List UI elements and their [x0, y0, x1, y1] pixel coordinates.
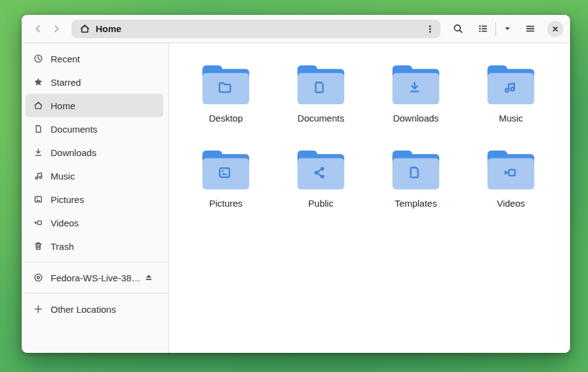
- search-button[interactable]: [448, 19, 468, 39]
- trash-icon: [33, 241, 43, 251]
- list-view-icon: [478, 23, 488, 34]
- sidebar-item-label: Videos: [51, 218, 79, 228]
- search-icon: [453, 23, 463, 34]
- folder-label: Downloads: [393, 113, 439, 123]
- sidebar-item-home[interactable]: Home: [25, 94, 164, 117]
- files-window: Home: [22, 15, 570, 353]
- folder-tile-videos[interactable]: Videos: [463, 149, 558, 212]
- sidebar-item-label: Recent: [51, 54, 80, 64]
- optical-disc-icon: [33, 273, 43, 283]
- folder-tile-music[interactable]: Music: [463, 64, 558, 126]
- main-menu-button[interactable]: [520, 19, 540, 39]
- star-icon: [33, 77, 43, 87]
- sidebar-item-documents[interactable]: Documents: [25, 117, 164, 141]
- folder-icon: [201, 64, 251, 106]
- eject-icon[interactable]: [144, 273, 154, 283]
- sidebar-item-other-locations[interactable]: Other Locations: [25, 297, 164, 321]
- location-menu-button[interactable]: [421, 21, 439, 37]
- image-icon: [33, 194, 43, 204]
- sidebar-item-trash[interactable]: Trash: [25, 234, 164, 258]
- chevron-right-icon: [51, 23, 62, 34]
- window-body: Recent Starred Home: [22, 43, 570, 353]
- view-options-dropdown-button[interactable]: [499, 19, 515, 39]
- file-grid: Desktop Documents: [178, 64, 570, 212]
- chevron-left-icon: [33, 23, 43, 34]
- sidebar-item-label: Home: [51, 101, 75, 111]
- plus-icon: [33, 304, 43, 314]
- close-window-button[interactable]: [547, 21, 563, 37]
- file-browser-content: Desktop Documents: [169, 43, 570, 353]
- path-bar[interactable]: Home: [72, 20, 441, 38]
- folder-tile-desktop[interactable]: Desktop: [178, 64, 273, 126]
- folder-icon: [296, 64, 346, 106]
- folder-icon: [391, 64, 441, 106]
- headerbar: Home: [22, 15, 570, 43]
- folder-label: Public: [308, 198, 334, 209]
- sidebar-item-device-fedora[interactable]: Fedora-WS-Live-38…: [25, 266, 164, 289]
- sidebar-item-music[interactable]: Music: [25, 164, 164, 188]
- folder-icon: [486, 64, 536, 106]
- sidebar-item-starred[interactable]: Starred: [25, 70, 164, 94]
- folder-icon: [391, 149, 441, 191]
- folder-label: Templates: [395, 198, 437, 209]
- video-camera-icon: [33, 218, 43, 228]
- folder-label: Pictures: [209, 198, 242, 209]
- folder-label: Documents: [297, 113, 344, 123]
- breadcrumb: Home: [96, 23, 122, 34]
- home-icon: [80, 23, 90, 34]
- sidebar-item-pictures[interactable]: Pictures: [25, 188, 164, 211]
- view-switcher-divider: [495, 22, 496, 36]
- sidebar-separator: [22, 262, 168, 262]
- folder-tile-pictures[interactable]: Pictures: [178, 149, 273, 212]
- folder-tile-documents[interactable]: Documents: [273, 64, 368, 126]
- folder-icon: [486, 149, 536, 191]
- folder-tile-downloads[interactable]: Downloads: [368, 64, 463, 126]
- hamburger-menu-icon: [525, 23, 536, 34]
- folder-tile-templates[interactable]: Templates: [368, 149, 463, 212]
- folder-icon: [201, 149, 251, 191]
- sidebar-separator: [22, 293, 168, 294]
- folder-label: Videos: [497, 198, 525, 209]
- music-note-icon: [33, 171, 43, 181]
- sidebar-item-recent[interactable]: Recent: [25, 47, 164, 70]
- sidebar-item-label: Documents: [51, 124, 97, 134]
- list-view-button[interactable]: [473, 19, 492, 39]
- folder-tile-public[interactable]: Public: [273, 149, 368, 212]
- sidebar: Recent Starred Home: [22, 43, 169, 353]
- device-label: Fedora-WS-Live-38…: [51, 273, 141, 283]
- download-icon: [33, 147, 43, 157]
- forward-button[interactable]: [47, 19, 65, 39]
- back-button[interactable]: [28, 19, 47, 39]
- folder-label: Desktop: [209, 113, 242, 123]
- sidebar-item-label: Downloads: [51, 147, 96, 158]
- sidebar-item-downloads[interactable]: Downloads: [25, 141, 164, 164]
- home-icon: [33, 101, 43, 110]
- close-icon: [552, 25, 559, 33]
- document-icon: [33, 124, 43, 134]
- chevron-down-icon: [503, 25, 511, 33]
- kebab-menu-icon: [425, 24, 435, 34]
- sidebar-item-label: Starred: [51, 77, 81, 88]
- sidebar-item-videos[interactable]: Videos: [25, 211, 164, 234]
- clock-icon: [33, 54, 43, 64]
- folder-icon: [296, 149, 346, 191]
- sidebar-item-label: Music: [51, 171, 75, 181]
- folder-label: Music: [499, 113, 523, 123]
- sidebar-item-label: Trash: [51, 241, 74, 252]
- sidebar-item-label: Pictures: [51, 194, 84, 205]
- sidebar-item-label: Other Locations: [51, 304, 116, 315]
- view-switcher: [473, 19, 515, 39]
